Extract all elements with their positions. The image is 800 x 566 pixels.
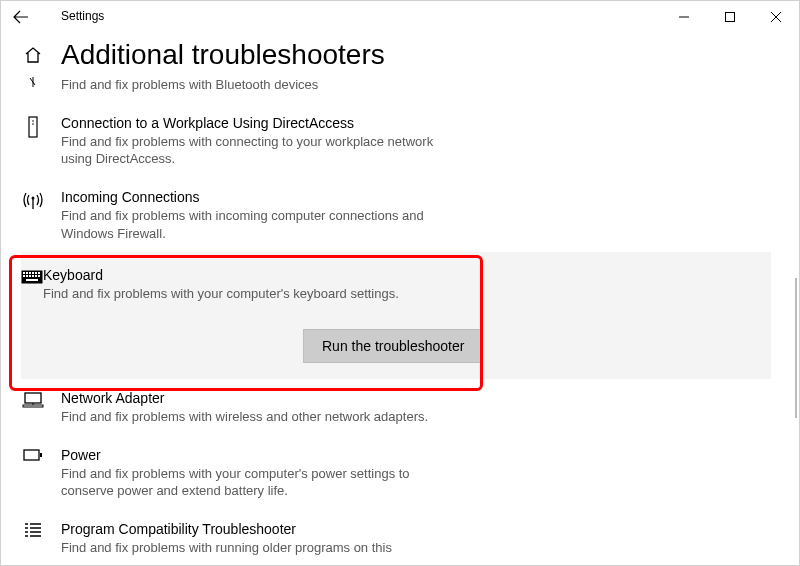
svg-rect-0: [726, 13, 735, 22]
svg-rect-15: [32, 275, 34, 277]
item-title: Connection to a Workplace Using DirectAc…: [61, 114, 441, 132]
troubleshooter-power[interactable]: Power Find and fix problems with your co…: [21, 436, 791, 510]
svg-rect-1: [29, 117, 37, 137]
item-title: Keyboard: [43, 266, 483, 284]
svg-rect-6: [23, 272, 25, 274]
back-button[interactable]: [1, 1, 41, 33]
item-title: Program Compatibility Troubleshooter: [61, 520, 441, 538]
scrollbar-thumb[interactable]: [795, 278, 797, 418]
troubleshooter-directaccess[interactable]: Connection to a Workplace Using DirectAc…: [21, 104, 791, 178]
troubleshooter-incoming[interactable]: Incoming Connections Find and fix proble…: [21, 178, 791, 252]
antenna-icon: [22, 190, 44, 210]
item-title: Network Adapter: [61, 389, 441, 407]
svg-rect-16: [35, 275, 37, 277]
item-desc: Find and fix problems with incoming comp…: [61, 207, 441, 242]
close-button[interactable]: [753, 1, 799, 33]
svg-rect-8: [29, 272, 31, 274]
svg-rect-13: [26, 275, 28, 277]
svg-rect-12: [23, 275, 25, 277]
run-troubleshooter-button[interactable]: Run the troubleshooter: [303, 329, 483, 363]
svg-rect-7: [26, 272, 28, 274]
server-icon: [25, 116, 41, 138]
svg-point-3: [32, 123, 34, 125]
item-desc: Find and fix problems with Bluetooth dev…: [61, 76, 441, 94]
item-desc: Find and fix problems with wireless and …: [61, 408, 441, 426]
svg-rect-10: [35, 272, 37, 274]
list-icon: [23, 522, 43, 538]
item-desc: Find and fix problems with connecting to…: [61, 133, 441, 168]
troubleshooter-bluetooth[interactable]: Bluetooth Find and fix problems with Blu…: [21, 75, 791, 104]
arrow-left-icon: [13, 9, 29, 25]
svg-point-2: [32, 120, 34, 122]
svg-rect-11: [38, 272, 40, 274]
svg-rect-19: [25, 393, 41, 403]
troubleshooter-network-adapter[interactable]: Network Adapter Find and fix problems wi…: [21, 379, 791, 436]
battery-icon: [23, 448, 43, 462]
close-icon: [771, 12, 781, 22]
item-desc: Find and fix problems with your computer…: [61, 465, 441, 500]
svg-point-4: [32, 196, 35, 199]
svg-rect-18: [26, 279, 38, 281]
keyboard-icon: [21, 270, 43, 284]
maximize-icon: [725, 12, 735, 22]
page-title: Additional troubleshooters: [61, 39, 385, 71]
maximize-button[interactable]: [707, 1, 753, 33]
svg-rect-22: [40, 453, 42, 457]
titlebar: Settings: [1, 1, 799, 33]
window-title: Settings: [41, 1, 108, 23]
page-header: Additional troubleshooters: [1, 33, 791, 75]
troubleshooter-list: Bluetooth Find and fix problems with Blu…: [1, 75, 791, 565]
svg-rect-21: [24, 450, 39, 460]
troubleshooter-keyboard-selected[interactable]: Keyboard Find and fix problems with your…: [21, 252, 771, 379]
svg-rect-17: [38, 275, 40, 277]
minimize-icon: [679, 12, 689, 22]
svg-rect-9: [32, 272, 34, 274]
svg-rect-20: [23, 405, 43, 407]
item-title: Power: [61, 446, 441, 464]
troubleshooter-program-compat[interactable]: Program Compatibility Troubleshooter Fin…: [21, 510, 791, 565]
item-desc: Find and fix problems with your computer…: [43, 285, 483, 303]
minimize-button[interactable]: [661, 1, 707, 33]
network-adapter-icon: [22, 391, 44, 409]
item-desc: Find and fix problems with running older…: [61, 539, 441, 557]
svg-rect-14: [29, 275, 31, 277]
scrollbar[interactable]: [791, 33, 799, 565]
home-icon: [23, 45, 43, 65]
item-title: Incoming Connections: [61, 188, 441, 206]
bluetooth-icon: [29, 77, 37, 87]
content-area: Additional troubleshooters Bluetooth Fin…: [1, 33, 791, 565]
